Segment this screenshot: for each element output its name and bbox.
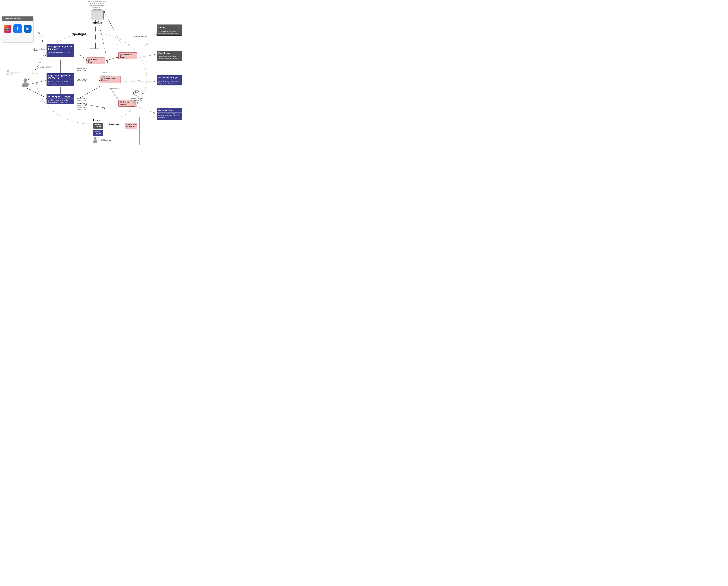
label-make-api-mobile1: Make API calls to [JSON/HTTPS] [77, 98, 90, 101]
calendly-box: Calendly ◑ A modern scheduling platform … [157, 25, 182, 35]
report-icon [120, 101, 122, 103]
instagram-icon: 📷 [4, 25, 11, 33]
db-name: Database [88, 22, 106, 24]
calendly-title: Calendly ◑ [157, 25, 182, 30]
mobile-app-title: Mobile App (D3, Vue.js) [47, 94, 74, 98]
svg-marker-44 [133, 92, 139, 96]
legend-dotted-arrow [105, 126, 123, 128]
database-container: Stores candidate/non-profit profile data… [88, 1, 106, 24]
data-analytics-title: Data Analytics [157, 108, 182, 113]
legend-serverless-box: Serverless-based Microservice [125, 123, 137, 128]
svg-marker-18 [154, 54, 155, 55]
label-read-from-report: read from [131, 105, 143, 107]
mobile-app-desc: Provides access to Spotlight functionali… [47, 98, 74, 104]
label-delivers-customer: Delivers to customer web browser using [41, 65, 54, 69]
legend-software-system-box: Software system [93, 130, 103, 136]
data-analytics-box: Data Analytics Provides Business Intelli… [157, 108, 182, 120]
label-make-api-profile: Make API calls to [JSON/HTTPS] [101, 70, 114, 74]
email-system-desc: The Amazon Simple Email Service (SES) to… [157, 55, 182, 60]
label-make-api-mobile2: Make API calls to [JSON/HTTPS] [77, 103, 90, 106]
placement-icon [120, 54, 122, 56]
legend-title: Legend [93, 119, 137, 121]
facebook-icon: f [14, 24, 22, 33]
svg-line-25 [135, 34, 156, 56]
placement-service-box: Placement Service [119, 52, 137, 59]
spa-desc: Provides access to Spotlight functionali… [47, 80, 74, 86]
email-system-title: Email System [157, 51, 182, 55]
legend-row-1: Existing system Relationship Serverless-… [93, 123, 137, 128]
placement-service-title: Placement Service [119, 53, 137, 59]
label-make-api-reg: Make API calls to [JSON/HTTPS] [101, 74, 114, 78]
label-question-marks: ????? [135, 80, 145, 82]
label-make-api-web: Make API calls to [JSON/HTTPS] [77, 68, 90, 71]
legend-person-icon [93, 137, 97, 143]
db-cylinder [90, 9, 104, 21]
svg-marker-27 [42, 40, 43, 42]
person-icon [21, 78, 29, 87]
legend-box: Legend Existing system Relationship Serv… [90, 117, 139, 145]
svg-marker-20 [154, 81, 155, 82]
object-store-label: Object store contains data such as image… [129, 98, 144, 103]
web-application-title: Web Application (Amplify, D3, Vue.js) [47, 44, 74, 51]
data-analytics-desc: Provides Business Intelligence, reportin… [157, 113, 182, 120]
recommender-engine-title: Recommender Engine [157, 75, 182, 80]
svg-marker-46 [117, 126, 118, 127]
profile-icon [88, 59, 90, 61]
spa-box: Single Page Application (D3, Vue.js) Pro… [47, 73, 74, 86]
legend-person-row: Spotlight end user [93, 137, 137, 143]
diagram-container: Stores candidate/non-profit profile data… [0, 0, 182, 147]
legend-relationship-section: Relationship [105, 123, 123, 128]
profile-service-box: Profile Service [86, 57, 105, 64]
legend-end-user-label: Spotlight end user [99, 139, 112, 141]
svg-marker-22 [154, 112, 155, 114]
profile-service-title: Profile Service [87, 57, 105, 64]
legend-existing-system-box: Existing system [93, 123, 103, 128]
label-visit-diversity: visit diversitycybercouncil.com [HTTPS] [6, 70, 21, 76]
label-read-write-reg: read from write to [109, 88, 120, 89]
person-body [22, 82, 28, 87]
social-icons: 📷 f in [2, 21, 33, 36]
mobile-app-box: Mobile App (D3, Vue.js) Provides access … [47, 94, 74, 104]
label-redirect-candidate: redirect if candidate (HTTPS) [33, 48, 46, 52]
db-cylinder-body [90, 11, 104, 20]
web-application-desc: Delivers static content and SPA content [47, 51, 74, 57]
recommender-engine-box: Recommender Engine Predicts the user's p… [157, 75, 182, 86]
object-store-icon [132, 89, 140, 97]
spa-title: Single Page Application (D3, Vue.js) [47, 74, 74, 80]
person-head [24, 78, 27, 82]
calendly-desc: A modern scheduling platform that makes … [157, 30, 182, 35]
legend-dotted-arrow-svg [109, 126, 119, 128]
label-read-write-placement: read from/ write to [108, 43, 119, 45]
label-schedule-meeting: Schedule meeting via [134, 35, 152, 38]
db-label-top: Stores candidate/non-profit profile data… [88, 1, 106, 8]
object-store: Object store contains data such as image… [129, 89, 144, 103]
label-make-api-spa: Make API calls to [JSON/HTTPS] [77, 78, 90, 82]
legend-row-2: Software system [93, 130, 137, 136]
social-networking-title: Social Networking [2, 17, 33, 21]
legend-relationship-label: Relationship [105, 123, 123, 125]
linkedin-icon: in [24, 25, 31, 33]
label-make-api-mobile3: Make API calls to [JSON/HTTPS] [77, 107, 90, 111]
recommender-engine-desc: Predicts the user's preference a large n… [157, 80, 182, 85]
web-application-box: Web Application (Amplify, D3, Vue.js) De… [47, 44, 74, 57]
registration-icon [101, 78, 103, 79]
social-networking-box: Social Networking 📷 f in [2, 16, 33, 43]
email-system-box: Email System The Amazon Simple Email Ser… [157, 51, 182, 61]
label-read-write-profile: read from/ write to [89, 47, 100, 49]
calendly-icon: ◑ [178, 26, 180, 29]
